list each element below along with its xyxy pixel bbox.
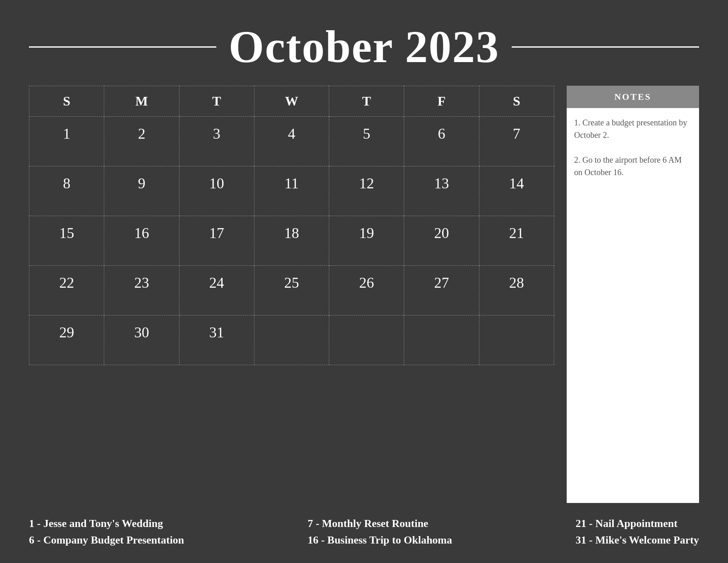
event-16: 16 - Business Trip to Oklahoma	[308, 534, 452, 546]
day-header-sat: S	[479, 86, 554, 117]
event-1: 1 - Jesse and Tony's Wedding	[29, 517, 184, 530]
footer-column-1: 1 - Jesse and Tony's Wedding 6 - Company…	[29, 517, 184, 546]
calendar-day-13: 13	[404, 166, 479, 216]
footer-column-2: 7 - Monthly Reset Routine 16 - Business …	[308, 517, 452, 546]
calendar-day-8: 8	[29, 166, 104, 216]
event-7: 7 - Monthly Reset Routine	[308, 517, 452, 530]
calendar-day-31: 31	[179, 315, 254, 365]
event-21: 21 - Nail Appointment	[576, 517, 699, 530]
calendar-grid: S M T W T F S 12345678910111213141516171…	[29, 86, 554, 365]
calendar-day-16: 16	[104, 216, 179, 266]
calendar-header-row: S M T W T F S	[29, 86, 554, 117]
page-title: October 2023	[229, 21, 499, 73]
calendar-day-25: 25	[254, 266, 329, 315]
calendar-day-empty	[404, 315, 479, 365]
header-line-left	[29, 46, 216, 48]
day-header-fri: F	[404, 86, 479, 117]
page-container: October 2023 S M T W T F S	[0, 0, 728, 563]
calendar-day-19: 19	[329, 216, 404, 266]
calendar-day-17: 17	[179, 216, 254, 266]
calendar-day-27: 27	[404, 266, 479, 315]
calendar-day-30: 30	[104, 315, 179, 365]
calendar-row-3: 15161718192021	[29, 216, 554, 266]
day-header-sun: S	[29, 86, 104, 117]
calendar-day-14: 14	[479, 166, 554, 216]
calendar-row-2: 891011121314	[29, 166, 554, 216]
calendar-day-1: 1	[29, 117, 104, 166]
calendar-day-22: 22	[29, 266, 104, 315]
notes-item-1: 1. Create a budget presentation by Octob…	[574, 116, 692, 141]
notes-item-2: 2. Go to the airport before 6 AM on Octo…	[574, 154, 692, 178]
calendar-row-1: 1234567	[29, 117, 554, 166]
calendar-day-4: 4	[254, 117, 329, 166]
notes-section: NOTES 1. Create a budget presentation by…	[567, 86, 699, 503]
event-6: 6 - Company Budget Presentation	[29, 534, 184, 546]
day-header-thu: T	[329, 86, 404, 117]
calendar-day-15: 15	[29, 216, 104, 266]
calendar-day-26: 26	[329, 266, 404, 315]
header: October 2023	[29, 21, 699, 73]
calendar-day-10: 10	[179, 166, 254, 216]
calendar-day-empty	[329, 315, 404, 365]
notes-header: NOTES	[567, 86, 699, 108]
calendar-day-2: 2	[104, 117, 179, 166]
calendar-day-empty	[254, 315, 329, 365]
main-content: S M T W T F S 12345678910111213141516171…	[29, 86, 699, 503]
calendar-day-9: 9	[104, 166, 179, 216]
calendar-row-4: 22232425262728	[29, 266, 554, 315]
notes-body: 1. Create a budget presentation by Octob…	[567, 108, 699, 503]
calendar-day-23: 23	[104, 266, 179, 315]
calendar-day-3: 3	[179, 117, 254, 166]
calendar-day-11: 11	[254, 166, 329, 216]
calendar-day-18: 18	[254, 216, 329, 266]
calendar-day-12: 12	[329, 166, 404, 216]
calendar-day-6: 6	[404, 117, 479, 166]
footer-events: 1 - Jesse and Tony's Wedding 6 - Company…	[29, 511, 699, 546]
day-header-tue: T	[179, 86, 254, 117]
header-line-right	[512, 46, 699, 48]
event-31: 31 - Mike's Welcome Party	[576, 534, 699, 546]
calendar-day-5: 5	[329, 117, 404, 166]
calendar-section: S M T W T F S 12345678910111213141516171…	[29, 86, 554, 503]
calendar-day-24: 24	[179, 266, 254, 315]
calendar-day-empty	[479, 315, 554, 365]
day-header-wed: W	[254, 86, 329, 117]
calendar-day-28: 28	[479, 266, 554, 315]
calendar-day-29: 29	[29, 315, 104, 365]
day-header-mon: M	[104, 86, 179, 117]
calendar-row-5: 293031	[29, 315, 554, 365]
calendar-day-20: 20	[404, 216, 479, 266]
footer-column-3: 21 - Nail Appointment 31 - Mike's Welcom…	[576, 517, 699, 546]
calendar-day-7: 7	[479, 117, 554, 166]
calendar-day-21: 21	[479, 216, 554, 266]
